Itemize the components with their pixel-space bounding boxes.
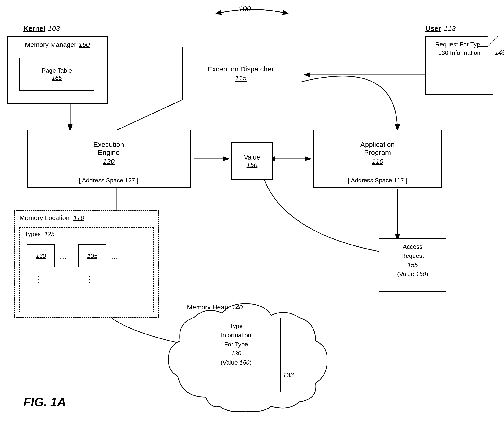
value-box: Value 150 — [231, 142, 273, 180]
dots-between: ··· — [60, 253, 67, 263]
kernel-section-label: Kernel 103 — [23, 24, 60, 32]
dots-after-135: ··· — [111, 253, 118, 263]
ref-100-label: 100 — [239, 5, 251, 13]
ref-133-label: 133 — [283, 371, 294, 379]
execution-engine-box: ExecutionEngine 120 [ Address Space 127 … — [27, 130, 191, 188]
type-130-box: 130 — [27, 244, 55, 267]
type-135-box: 135 — [78, 244, 106, 267]
ref-145-label: 145 — [495, 49, 504, 57]
figure-label: FIG. 1A — [23, 395, 66, 409]
user-section-label: User 113 — [426, 24, 456, 32]
memory-manager-box: Memory Manager 160 Page Table 165 — [7, 36, 108, 104]
access-request-box: AccessRequest155(Value 150) — [379, 238, 446, 292]
types-box: Types 125 130 ··· 135 ··· ⋮ ⋮ — [19, 227, 154, 312]
execution-engine-address-space: [ Address Space 127 ] — [28, 177, 190, 184]
exception-dispatcher-box: Exception Dispatcher 115 — [182, 47, 299, 100]
dots-vertical-left: ⋮ — [34, 275, 42, 284]
app-program-address-space: [ Address Space 117 ] — [314, 177, 441, 184]
dots-vertical-right: ⋮ — [85, 275, 94, 284]
memory-heap-inner-note: TypeInformationFor Type130(Value 150) — [192, 318, 281, 392]
memory-heap-cloud: Memory Heap 140 TypeInformationFor Type1… — [164, 299, 327, 416]
diagram-container: 100 Kernel 103 User 113 Memory Manager 1… — [0, 0, 504, 423]
memory-location-box: Memory Location 170 Types 125 130 ··· 13… — [14, 210, 159, 318]
page-table-box: Page Table 165 — [19, 58, 94, 91]
application-program-box: ApplicationProgram 110 [ Address Space 1… — [313, 130, 442, 188]
